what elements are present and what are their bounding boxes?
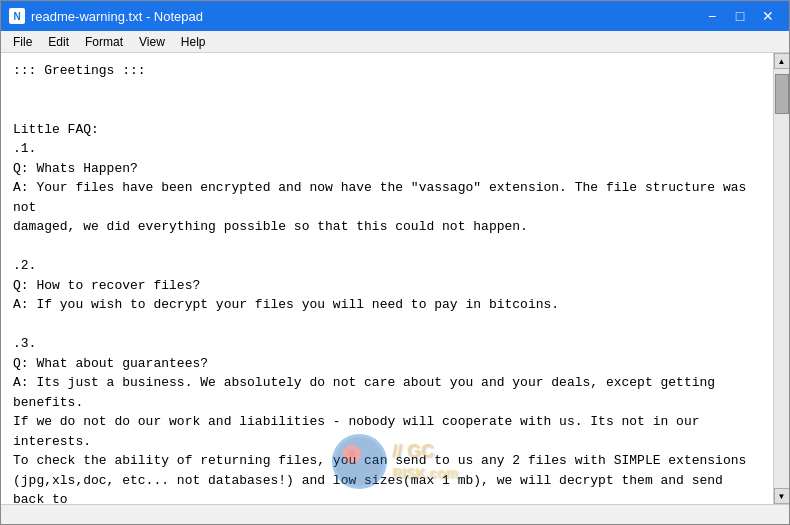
scroll-up-button[interactable]: ▲ (774, 53, 790, 69)
title-bar: N readme-warning.txt - Notepad − □ ✕ (1, 1, 789, 31)
minimize-button[interactable]: − (699, 6, 725, 26)
window-title: readme-warning.txt - Notepad (31, 9, 203, 24)
menu-bar: File Edit Format View Help (1, 31, 789, 53)
menu-edit[interactable]: Edit (40, 33, 77, 50)
title-bar-left: N readme-warning.txt - Notepad (9, 8, 203, 24)
menu-file[interactable]: File (5, 33, 40, 50)
notepad-icon: N (9, 8, 25, 24)
content-area: ::: Greetings ::: Little FAQ: .1. Q: Wha… (1, 53, 789, 504)
scrollbar: ▲ ▼ (773, 53, 789, 504)
text-editor[interactable]: ::: Greetings ::: Little FAQ: .1. Q: Wha… (1, 53, 773, 504)
title-bar-controls: − □ ✕ (699, 6, 781, 26)
scrollbar-thumb[interactable] (775, 74, 789, 114)
close-button[interactable]: ✕ (755, 6, 781, 26)
notepad-window: N readme-warning.txt - Notepad − □ ✕ Fil… (0, 0, 790, 525)
scrollbar-track[interactable] (774, 69, 789, 488)
menu-help[interactable]: Help (173, 33, 214, 50)
scroll-down-button[interactable]: ▼ (774, 488, 790, 504)
maximize-button[interactable]: □ (727, 6, 753, 26)
menu-view[interactable]: View (131, 33, 173, 50)
menu-format[interactable]: Format (77, 33, 131, 50)
status-bar (1, 504, 789, 524)
